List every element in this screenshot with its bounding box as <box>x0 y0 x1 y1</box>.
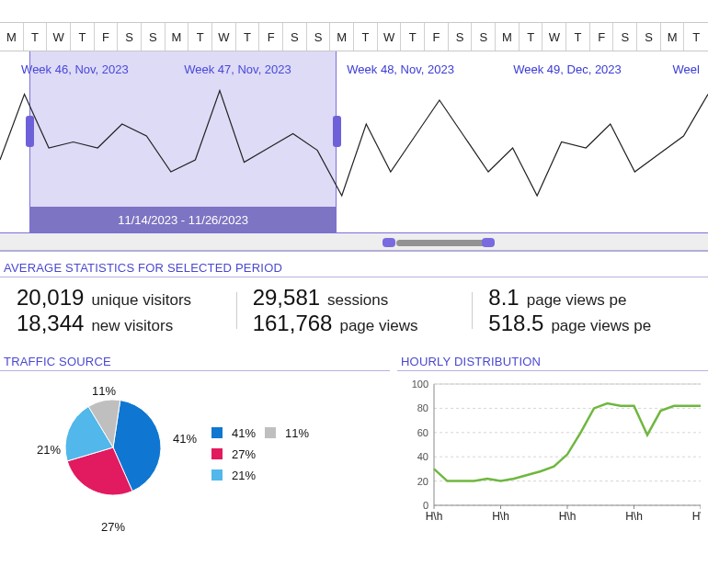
svg-text:H\h: H\h <box>559 510 577 523</box>
legend-row: 21% <box>211 469 309 482</box>
svg-text:20: 20 <box>417 476 428 487</box>
stat-line: 161,768page views <box>253 311 456 336</box>
legend-swatch <box>211 448 223 459</box>
day-cell: S <box>142 23 166 51</box>
stat-group: 29,581sessions161,768page views <box>236 285 473 336</box>
legend-row: 27% <box>211 447 309 461</box>
legend-label: 11% <box>285 426 309 440</box>
timeline-scrollbar[interactable] <box>0 233 708 252</box>
stat-label: unique visitors <box>91 291 191 310</box>
stat-value: 518.5 <box>488 311 543 336</box>
day-cell: M <box>661 23 685 51</box>
legend-label: 27% <box>232 447 256 461</box>
day-cell: T <box>401 23 425 51</box>
timeline-sparkline <box>0 51 708 233</box>
day-cell: T <box>24 23 48 51</box>
day-cell: S <box>307 23 331 51</box>
svg-text:H\h: H\h <box>492 510 509 523</box>
pie-percent-label: 41% <box>173 432 197 446</box>
timeline-day-header: MTWTFSSMTWTFSSMTWTFSSMTWTFSSMT <box>0 22 708 51</box>
stat-value: 161,768 <box>253 311 333 336</box>
stat-value: 18,344 <box>17 311 84 336</box>
day-cell: T <box>684 23 708 51</box>
stat-group: 8.1page views pe518.5page views pe <box>472 285 708 336</box>
day-cell: T <box>71 23 95 51</box>
pie-chart-svg <box>63 397 164 498</box>
traffic-source-body: 41%27%21%11% 41%11%27%21% <box>0 371 390 540</box>
day-cell: W <box>212 23 236 51</box>
day-cell: W <box>47 23 71 51</box>
legend-swatch <box>211 427 223 438</box>
day-cell: S <box>283 23 307 51</box>
hourly-title: HOURLY DISTRIBUTION <box>397 349 708 371</box>
svg-text:100: 100 <box>412 379 428 390</box>
traffic-pie: 41%27%21%11% <box>0 375 211 540</box>
traffic-source-title: TRAFFIC SOURCE <box>0 349 390 371</box>
hourly-body: 020406080100H\hH\hH\hH\hH\h <box>397 371 708 537</box>
day-cell: T <box>566 23 590 51</box>
day-cell: T <box>354 23 378 51</box>
day-cell: S <box>613 23 637 51</box>
stat-line: 20,019unique visitors <box>17 285 220 311</box>
avg-stats-row: 20,019unique visitors18,344new visitors2… <box>0 277 708 345</box>
day-cell: T <box>520 23 543 51</box>
day-cell: M <box>0 23 24 51</box>
pie-percent-label: 11% <box>92 384 116 398</box>
scrollbar-cap-right[interactable] <box>482 238 495 247</box>
stat-value: 8.1 <box>488 285 519 311</box>
svg-text:H\h: H\h <box>625 510 643 523</box>
pie-percent-label: 21% <box>37 443 61 457</box>
day-cell: F <box>259 23 283 51</box>
stat-label: page views <box>339 317 417 335</box>
legend-label: 21% <box>232 469 256 482</box>
stat-line: 18,344new visitors <box>17 311 220 336</box>
day-cell: S <box>637 23 661 51</box>
scrollbar-cap-left[interactable] <box>383 238 395 247</box>
stat-label: new visitors <box>91 317 173 335</box>
stat-label: page views pe <box>527 291 627 310</box>
scrollbar-thumb[interactable] <box>396 240 488 246</box>
pie-percent-label: 27% <box>101 520 125 534</box>
stat-group: 20,019unique visitors18,344new visitors <box>0 285 236 336</box>
svg-text:H\h: H\h <box>692 510 701 523</box>
stat-label: page views pe <box>551 317 651 335</box>
legend-swatch <box>265 427 276 438</box>
legend-label: 41% <box>232 426 256 440</box>
svg-text:40: 40 <box>417 451 428 462</box>
day-cell: S <box>449 23 473 51</box>
stat-line: 8.1page views pe <box>488 285 691 311</box>
stat-line: 29,581sessions <box>253 285 456 311</box>
day-cell: F <box>425 23 449 51</box>
hourly-chart: 020406080100H\hH\hH\hH\hH\h <box>397 377 701 533</box>
traffic-legend: 41%11%27%21% <box>211 426 309 490</box>
timeline-area[interactable]: Week 46, Nov, 2023Week 47, Nov, 2023Week… <box>0 51 708 233</box>
day-cell: S <box>472 23 496 51</box>
day-cell: M <box>166 23 189 51</box>
day-cell: F <box>590 23 614 51</box>
day-cell: M <box>496 23 520 51</box>
svg-text:H\h: H\h <box>426 510 443 523</box>
stat-line: 518.5page views pe <box>488 311 691 336</box>
day-cell: W <box>378 23 402 51</box>
day-cell: S <box>118 23 142 51</box>
stat-value: 20,019 <box>17 285 84 311</box>
day-cell: M <box>330 23 354 51</box>
stat-label: sessions <box>327 291 388 310</box>
avg-stats-title: AVERAGE STATISTICS FOR SELECTED PERIOD <box>0 255 708 277</box>
day-cell: T <box>236 23 260 51</box>
legend-row: 41%11% <box>211 426 309 440</box>
day-cell: T <box>188 23 212 51</box>
legend-swatch <box>211 469 223 481</box>
svg-text:80: 80 <box>417 402 428 413</box>
day-cell: W <box>542 23 566 51</box>
stat-value: 29,581 <box>253 285 320 311</box>
day-cell: F <box>95 23 119 51</box>
svg-text:60: 60 <box>417 427 428 438</box>
